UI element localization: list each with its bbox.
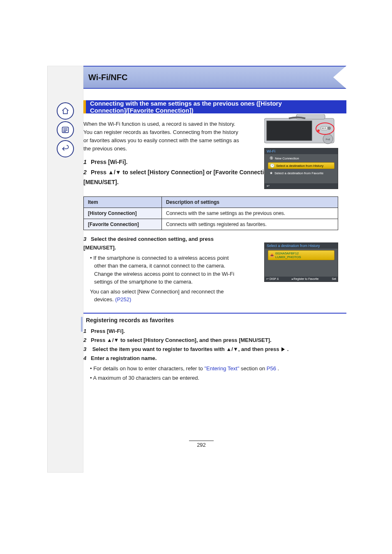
step-text: Press ▲/▼ to select [History Connection]… — [91, 337, 272, 343]
wifi-menu-item-label: New Connection — [275, 157, 299, 160]
subsection-mark — [81, 317, 83, 332]
history-entry: 📤 0024A5AFBF12 LUMIX_PHOTOS — [268, 250, 334, 260]
step-number: 1 — [83, 157, 91, 167]
step-number: 2 — [83, 336, 91, 345]
table-header: Item — [84, 196, 162, 208]
wifi-menu-item-label: Select a destination from Favorite — [274, 171, 323, 175]
bullet-text: section on — [241, 365, 267, 372]
step-bullet: You can also select [New Connection] and… — [83, 288, 240, 304]
subsection-rule — [83, 313, 346, 314]
upload-icon: 📤 — [270, 254, 274, 257]
new-connection-icon: ⦿ — [270, 156, 273, 160]
table-row: [Favorite Connection] Connects with sett… — [84, 219, 338, 230]
step-number: 4 — [83, 354, 91, 363]
page: Wi-Fi/NFC Connecting with the same setti… — [0, 0, 392, 554]
section-heading: Connecting with the same settings as the… — [86, 100, 346, 113]
subsection-title: Registering records as favorites — [86, 317, 346, 323]
step-number: 2 — [83, 168, 91, 178]
svg-text:Wi Fi: Wi Fi — [322, 127, 326, 129]
step-text: Enter a registration name. — [91, 355, 157, 361]
step-text: . — [287, 346, 289, 352]
link-text[interactable]: "Entering Text" — [204, 365, 239, 372]
step-text: Select the item you want to register to … — [92, 346, 281, 352]
set-button-label: Set — [332, 277, 336, 281]
history-footer: ↩ DISP. ℹ ▸Register to Favorite Set — [265, 277, 338, 282]
wifi-menu-item-selected: 🕑 Select a destination from History — [268, 162, 334, 169]
info-icon: ℹ — [277, 277, 279, 280]
menu-icon[interactable] — [57, 121, 74, 138]
wifi-menu-title: Wi-Fi — [265, 148, 338, 154]
section-heading-text: Connecting with the same settings as the… — [90, 100, 346, 114]
table-header-row: Item Description of settings — [84, 196, 338, 208]
bullet-text: A maximum of 30 characters can be entere… — [93, 375, 199, 381]
step-bullet: • For details on how to enter characters… — [83, 365, 346, 373]
wifi-menu-footer: ↩ — [265, 183, 338, 189]
history-screenshot: Select a destination from History 📤 0024… — [264, 242, 338, 282]
page-reference-link[interactable]: P56 — [267, 365, 276, 372]
table-cell-desc: Connects with settings registered as fav… — [162, 219, 338, 230]
bullet-text: . — [278, 365, 279, 372]
back-icon: ↩ — [266, 277, 269, 280]
history-entry-name: LUMIX_PHOTOS — [275, 255, 301, 259]
history-entry-id: 0024A5AFBF12 — [275, 252, 299, 255]
page-title-banner: Wi-Fi/NFC — [83, 66, 346, 89]
svg-rect-5 — [267, 121, 312, 141]
table-cell-label: [History Connection] — [84, 208, 162, 219]
step-bullet: • A maximum of 30 characters can be ente… — [83, 374, 346, 382]
step-text: Press [Wi-Fi]. — [91, 328, 125, 334]
step-text: Press [Wi-Fi]. — [91, 159, 127, 165]
history-icon: 🕑 — [270, 164, 274, 168]
table-cell-desc: Connects with the same settings as the p… — [162, 208, 338, 219]
step-3-block: 3Select the desired connection setting, … — [83, 235, 240, 304]
content-area: Wi-Fi/NFC Connecting with the same setti… — [83, 66, 346, 382]
bullet-text: For details on how to enter characters, … — [93, 365, 204, 372]
wifi-menu-screenshot: Wi-Fi ⦿ New Connection 🕑 Select a destin… — [264, 148, 338, 189]
register-favorite-label: Register to Favorite — [293, 277, 318, 280]
camera-illustration: Fn2 Wi Fi — [264, 114, 338, 147]
intro-paragraph: When the Wi-Fi function is used, a recor… — [83, 120, 240, 153]
table-row: [History Connection] Connects with the s… — [84, 208, 338, 219]
table-cell-label: [Favorite Connection] — [84, 219, 162, 230]
disp-button-label: DISP. — [270, 277, 277, 280]
wifi-menu-item: ⦿ New Connection — [268, 155, 334, 161]
svg-text:Fn2: Fn2 — [326, 138, 330, 141]
back-icon[interactable] — [57, 140, 74, 157]
back-icon: ↩ — [267, 184, 270, 188]
step-bullet-text: You can also select [New Connection] and… — [90, 289, 224, 303]
section-heading-bar: Connecting with the same settings as the… — [83, 100, 346, 113]
subsection-steps: 1Press [Wi-Fi]. 2Press ▲/▼ to select [Hi… — [83, 327, 346, 382]
favorite-icon: ★ — [270, 171, 273, 175]
page-reference-link[interactable]: (P252) — [115, 296, 131, 302]
table-header: Description of settings — [162, 196, 338, 208]
options-table: Item Description of settings [History Co… — [83, 196, 338, 230]
step-number: 1 — [83, 327, 91, 336]
right-arrow-icon — [281, 347, 285, 351]
home-icon[interactable] — [57, 102, 74, 120]
page-number: 292 — [189, 441, 214, 448]
step-bullet: • If the smartphone is connected to a wi… — [83, 254, 240, 286]
page-title: Wi-Fi/NFC — [88, 73, 127, 82]
step-number: 3 — [83, 235, 91, 244]
svg-point-11 — [327, 127, 331, 130]
wifi-menu-item-label: Select a destination from History — [276, 164, 323, 168]
step-text: Select the desired connection setting, a… — [83, 236, 214, 251]
wifi-menu-item: ★ Select a destination from Favorite — [268, 170, 334, 176]
step-number: 3 — [83, 345, 91, 354]
history-screen-title: Select a destination from History — [265, 243, 338, 249]
sidebar — [47, 66, 83, 473]
